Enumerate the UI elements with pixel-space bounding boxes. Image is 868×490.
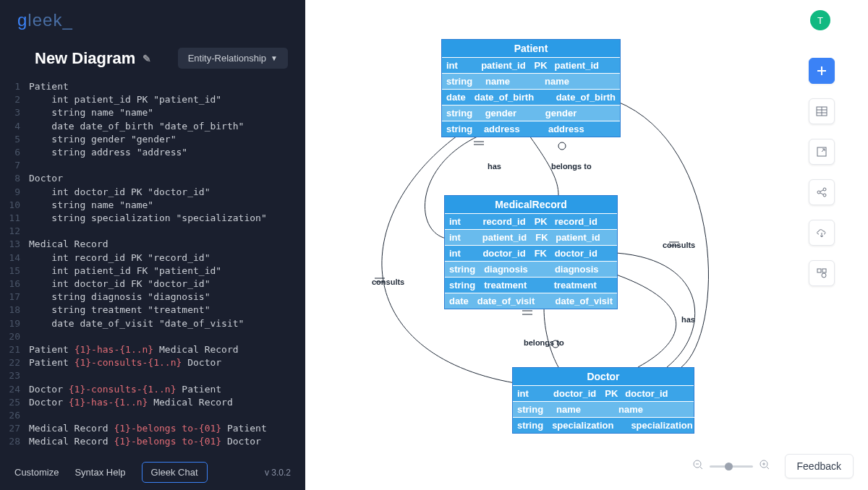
title-row: New Diagram ✎ Entity-Relationship ▼ [0, 35, 305, 76]
diagram-title-text: New Diagram [35, 49, 135, 68]
entity-row: stringnamename [513, 401, 694, 417]
zoom-in-icon[interactable] [759, 459, 770, 473]
svg-point-24 [822, 273, 826, 278]
entity-doctor[interactable]: Doctor intdoctor_idPKdoctor_idstringname… [512, 367, 694, 434]
rel-label-consults: consults [372, 278, 404, 286]
code-line[interactable]: 1Patient [0, 80, 305, 93]
gleek-chat-button[interactable]: Gleek Chat [142, 462, 208, 483]
code-line[interactable]: 19 date date_of_visit "date_of_visit" [0, 317, 305, 330]
rel-label-belongs-to: belongs to [551, 162, 592, 171]
code-line[interactable]: 24Doctor {1}-consults-{1..n} Patient [0, 383, 305, 396]
entity-medicalrecord[interactable]: MedicalRecord intrecord_idPKrecord_idint… [444, 195, 618, 309]
rel-label-has: has [681, 315, 695, 324]
entity-row: datedate_of_birthdate_of_birth [442, 89, 620, 105]
syntax-help-link[interactable]: Syntax Help [75, 467, 125, 478]
entity-row: datedate_of_visitdate_of_visit [445, 293, 617, 309]
cloud-download-button[interactable] [809, 220, 835, 246]
code-line[interactable]: 28Medical Record {1}-belongs to-{01} Doc… [0, 435, 305, 448]
svg-point-17 [817, 191, 820, 194]
code-line[interactable]: 16 int doctor_id FK "doctor_id" [0, 278, 305, 291]
table-icon [816, 106, 827, 117]
code-line[interactable]: 5 string gender "gender" [0, 133, 305, 146]
chevron-down-icon: ▼ [271, 54, 278, 62]
zoom-control[interactable] [692, 459, 770, 473]
zoom-slider[interactable] [710, 465, 753, 468]
entity-row: intdoctor_idPKdoctor_id [513, 385, 694, 401]
entity-row: stringdiagnosisdiagnosis [445, 261, 617, 277]
editor-panel: gleek_ New Diagram ✎ Entity-Relationship… [0, 0, 305, 490]
rel-label-consults: consults [663, 241, 695, 249]
code-editor[interactable]: 1Patient2 int patient_id PK "patient_id"… [0, 76, 305, 455]
code-line[interactable]: 3 string name "name" [0, 106, 305, 119]
rel-label-belongs-to: belongs to [524, 338, 564, 347]
cloud-download-icon [815, 227, 828, 238]
canvas-toolbar [809, 58, 835, 286]
editor-footer: Customize Syntax Help Gleek Chat v 3.0.2 [0, 455, 305, 490]
fullscreen-button[interactable] [809, 139, 835, 165]
svg-point-19 [823, 194, 826, 197]
code-line[interactable]: 27Medical Record {1}-belongs to-{01} Pat… [0, 422, 305, 435]
code-line[interactable]: 22Patient {1}-consults-{1..n} Doctor [0, 356, 305, 369]
diagram-title[interactable]: New Diagram ✎ [35, 49, 151, 68]
svg-rect-23 [817, 269, 821, 272]
entity-title: MedicalRecord [445, 196, 617, 213]
customize-link[interactable]: Customize [14, 467, 59, 478]
code-line[interactable]: 6 string address "address" [0, 146, 305, 159]
code-line[interactable]: 20 [0, 330, 305, 343]
code-line[interactable]: 26 [0, 409, 305, 422]
entity-row: intdoctor_idFKdoctor_id [445, 245, 617, 261]
svg-line-30 [767, 467, 769, 469]
code-line[interactable]: 14 int record_id PK "record_id" [0, 252, 305, 265]
entity-row: stringgendergender [442, 105, 620, 121]
code-line[interactable]: 17 string diagnosis "diagnosis" [0, 291, 305, 304]
code-line[interactable]: 13Medical Record [0, 238, 305, 251]
version-label: v 3.0.2 [265, 468, 291, 478]
code-line[interactable]: 4 date date_of_birth "date_of_birth" [0, 120, 305, 133]
code-line[interactable]: 15 int patient_id FK "patient_id" [0, 265, 305, 278]
entity-patient[interactable]: Patient intpatient_idPKpatient_idstringn… [441, 39, 621, 137]
app-logo: gleek_ [17, 10, 73, 30]
code-line[interactable]: 9 int doctor_id PK "doctor_id" [0, 186, 305, 199]
entity-row: stringspecializationspecialization [513, 417, 694, 433]
diagram-canvas[interactable]: T Patient [305, 0, 868, 490]
logo-row: gleek_ [0, 0, 305, 35]
edit-title-icon[interactable]: ✎ [142, 53, 151, 64]
svg-line-20 [820, 190, 823, 192]
entity-row: stringaddressaddress [442, 121, 620, 137]
code-line[interactable]: 11 string specialization "specialization… [0, 212, 305, 225]
code-line[interactable]: 12 [0, 225, 305, 238]
table-view-button[interactable] [809, 98, 835, 124]
code-line[interactable]: 23 [0, 369, 305, 382]
plus-icon [816, 65, 827, 77]
entity-row: stringnamename [442, 73, 620, 89]
customize-layout-button[interactable] [809, 260, 835, 286]
rel-label-has: has [488, 162, 501, 171]
bottom-controls: Feedback [692, 454, 854, 478]
code-line[interactable]: 10 string name "name" [0, 199, 305, 212]
code-line[interactable]: 18 string treatment "treatment" [0, 304, 305, 317]
svg-line-27 [700, 467, 702, 469]
share-icon [816, 186, 827, 198]
code-line[interactable]: 21Patient {1}-has-{1..n} Medical Record [0, 343, 305, 356]
code-line[interactable]: 25Doctor {1}-has-{1..n} Medical Record [0, 396, 305, 409]
code-line[interactable]: 7 [0, 159, 305, 172]
zoom-out-icon[interactable] [692, 459, 704, 473]
share-button[interactable] [809, 179, 835, 205]
code-line[interactable]: 2 int patient_id PK "patient_id" [0, 93, 305, 106]
entity-row: intrecord_idPKrecord_id [445, 213, 617, 229]
svg-line-21 [820, 193, 823, 194]
user-avatar[interactable]: T [810, 10, 830, 30]
entity-row: intpatient_idFKpatient_id [445, 229, 617, 245]
entity-title: Doctor [513, 368, 694, 385]
expand-icon [816, 146, 827, 158]
shapes-icon [816, 267, 827, 279]
feedback-button[interactable]: Feedback [785, 454, 854, 478]
entity-title: Patient [442, 40, 620, 57]
code-line[interactable]: 8Doctor [0, 172, 305, 185]
svg-point-18 [823, 188, 826, 191]
diagram-type-label: Entity-Relationship [188, 53, 266, 64]
diagram-type-select[interactable]: Entity-Relationship ▼ [178, 48, 288, 69]
svg-rect-25 [822, 269, 826, 272]
svg-point-0 [558, 142, 566, 150]
add-button[interactable] [809, 58, 835, 84]
